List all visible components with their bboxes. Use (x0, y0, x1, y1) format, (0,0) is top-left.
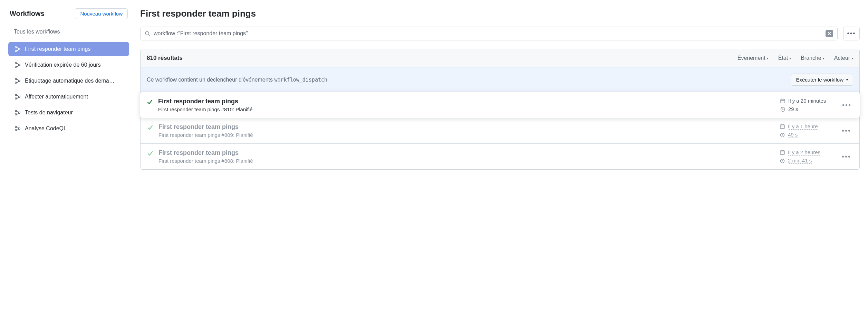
chevron-down-icon: ▾ (789, 56, 791, 60)
filter-status-label: État (778, 55, 788, 61)
run-subtitle: First responder team pings #808: Planifi… (158, 158, 775, 164)
run-workflow-label: Exécuter le workflow (796, 77, 843, 83)
svg-point-3 (15, 63, 17, 64)
svg-point-18 (145, 31, 149, 35)
search-input[interactable] (154, 30, 822, 37)
run-time: Il y a 2 heures (788, 149, 820, 156)
stopwatch-icon (780, 132, 785, 138)
chevron-down-icon: ▾ (823, 56, 824, 60)
chevron-down-icon: ▾ (767, 56, 769, 60)
svg-line-42 (782, 161, 783, 161)
dispatch-banner: Ce workflow contient un déclencheur d'év… (141, 67, 859, 92)
stopwatch-icon (780, 158, 785, 163)
svg-rect-22 (781, 99, 785, 103)
workflow-icon (15, 125, 21, 132)
run-more-button[interactable]: ••• (840, 153, 853, 161)
svg-point-1 (15, 50, 17, 51)
dispatch-suffix: . (327, 77, 329, 83)
run-time: Il y a 20 minutes (788, 98, 826, 104)
sidebar-item-workflow[interactable]: Analyse CodeQL (8, 121, 129, 136)
svg-rect-29 (780, 125, 784, 129)
sidebar-item-label: Étiquetage automatique des dema… (25, 78, 115, 84)
filter-status[interactable]: État ▾ (778, 55, 791, 61)
run-time: Il y a 1 heure (788, 123, 818, 130)
calendar-icon (780, 98, 785, 104)
run-title: First responder team pings (158, 149, 775, 157)
sidebar-item-label: Tests de navigateur (25, 110, 73, 116)
filter-branch-label: Branche (801, 55, 821, 61)
stopwatch-icon (780, 106, 785, 112)
svg-line-28 (783, 110, 784, 110)
workflow-icon (15, 46, 21, 52)
success-check-icon (147, 150, 154, 157)
svg-point-13 (15, 114, 17, 115)
search-box[interactable] (140, 27, 838, 40)
chevron-down-icon: ▾ (846, 78, 848, 82)
sidebar-item-label: Vérification expirée de 60 jours (25, 62, 101, 68)
svg-point-7 (15, 82, 17, 83)
workflow-icon (15, 94, 21, 100)
sidebar-item-label: Analyse CodeQL (25, 125, 67, 132)
dispatch-prefix: Ce workflow contient un déclencheur d'év… (147, 77, 274, 83)
more-actions-button[interactable]: ••• (843, 27, 860, 40)
svg-line-19 (148, 35, 150, 36)
dispatch-code: workflow_dispatch (274, 77, 327, 83)
filter-event[interactable]: Événement ▾ (737, 55, 769, 61)
filter-event-label: Événement (737, 55, 765, 61)
success-check-icon (146, 98, 153, 105)
chevron-down-icon: ▾ (851, 56, 853, 60)
run-duration: 2 min 41 s (788, 158, 812, 164)
filter-actor[interactable]: Acteur ▾ (834, 55, 853, 61)
main-content: First responder team pings ••• 810 résul… (140, 8, 860, 170)
workflow-icon (15, 110, 21, 116)
svg-point-6 (15, 78, 17, 80)
sidebar-item-workflow[interactable]: Étiquetage automatique des dema… (8, 74, 129, 88)
calendar-icon (780, 124, 785, 129)
sidebar-item-workflow[interactable]: Affecter automatiquement (8, 90, 129, 104)
page-title: First responder team pings (140, 8, 860, 19)
filter-branch[interactable]: Branche ▾ (801, 55, 824, 61)
run-more-button[interactable]: ••• (840, 127, 853, 135)
search-icon (145, 31, 150, 36)
svg-point-10 (15, 98, 17, 99)
sidebar-all-workflows[interactable]: Tous les workflows (8, 26, 129, 38)
run-more-button[interactable]: ••• (840, 101, 853, 109)
run-subtitle: First responder team pings #810: Planifi… (158, 106, 775, 112)
sidebar-item-workflow[interactable]: Vérification expirée de 60 jours (8, 58, 129, 72)
kebab-icon: ••• (847, 30, 856, 37)
svg-point-0 (15, 47, 17, 48)
sidebar: Workflows Nouveau workflow Tous les work… (8, 8, 129, 170)
results-panel: 810 résultats Événement ▾ État ▾ Branche… (140, 49, 860, 170)
svg-point-12 (15, 110, 17, 112)
run-subtitle: First responder team pings #809: Planifi… (158, 132, 775, 138)
sidebar-item-workflow[interactable]: Tests de navigateur (8, 105, 129, 120)
run-title: First responder team pings (158, 98, 775, 105)
new-workflow-button[interactable]: Nouveau workflow (75, 8, 128, 19)
run-title: First responder team pings (158, 123, 775, 131)
calendar-icon (780, 150, 785, 155)
svg-point-4 (15, 66, 17, 67)
svg-point-9 (15, 94, 17, 96)
filter-actor-label: Acteur (834, 55, 850, 61)
run-duration: 49 s (788, 132, 798, 138)
workflow-icon (15, 62, 21, 68)
run-row[interactable]: First responder team pingsFirst responde… (141, 144, 859, 169)
run-duration: 29 s (788, 106, 798, 112)
sidebar-item-label: First responder team pings (25, 46, 90, 52)
run-row[interactable]: First responder team pingsFirst responde… (141, 118, 859, 144)
sidebar-item-label: Affecter automatiquement (25, 94, 88, 100)
success-check-icon (147, 124, 154, 131)
svg-point-16 (15, 130, 17, 131)
svg-point-15 (15, 126, 17, 128)
sidebar-title: Workflows (10, 10, 45, 18)
svg-rect-36 (780, 151, 784, 154)
results-count: 810 résultats (147, 55, 737, 62)
run-workflow-button[interactable]: Exécuter le workflow ▾ (791, 74, 853, 86)
clear-search-icon[interactable] (826, 30, 833, 37)
sidebar-item-workflow[interactable]: First responder team pings (8, 42, 129, 56)
workflow-icon (15, 78, 21, 84)
run-row[interactable]: First responder team pingsFirst responde… (140, 92, 860, 118)
svg-line-35 (782, 135, 783, 135)
